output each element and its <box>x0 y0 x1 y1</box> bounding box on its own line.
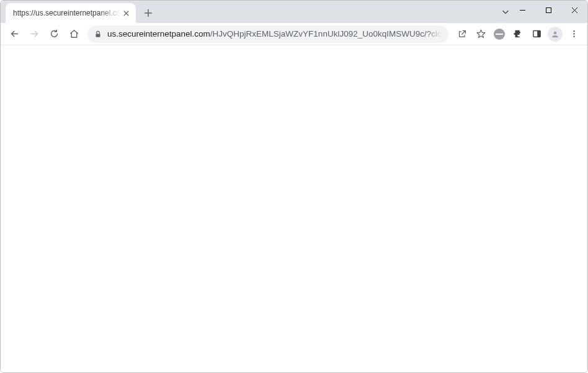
reload-button[interactable] <box>45 25 63 43</box>
window-controls <box>509 1 587 19</box>
avatar <box>548 27 563 42</box>
arrow-left-icon <box>9 29 20 39</box>
new-tab-button[interactable] <box>140 4 157 22</box>
browser-tab[interactable]: https://us.secureinternetpanel.co <box>6 3 136 23</box>
kebab-icon <box>569 29 579 39</box>
profile-button[interactable] <box>546 25 564 43</box>
url-path: /HJvQHpjRxEMLSjaWZvYF1nnUklJ092_Uo0kqIMS… <box>210 29 442 38</box>
share-button[interactable] <box>453 25 471 43</box>
chevron-down-icon <box>501 7 510 16</box>
close-icon <box>571 7 578 14</box>
url-text: us.secureinternetpanel.com/HJvQHpjRxEMLS… <box>107 29 442 38</box>
home-button[interactable] <box>65 25 82 43</box>
svg-point-7 <box>573 36 574 37</box>
side-panel-icon <box>532 29 542 39</box>
side-panel-button[interactable] <box>528 25 545 43</box>
svg-rect-0 <box>546 7 551 12</box>
svg-point-4 <box>554 31 557 34</box>
maximize-icon <box>545 7 552 14</box>
address-bar[interactable]: us.secureinternetpanel.com/HJvQHpjRxEMLS… <box>87 25 448 43</box>
toolbar-actions <box>453 25 582 43</box>
tab-close-button[interactable] <box>121 8 131 18</box>
url-host: us.secureinternetpanel.com <box>107 29 210 38</box>
toolbar: us.secureinternetpanel.com/HJvQHpjRxEMLS… <box>1 23 587 45</box>
titlebar: https://us.secureinternetpanel.co <box>1 1 587 23</box>
svg-rect-3 <box>537 31 540 37</box>
svg-rect-1 <box>96 34 100 37</box>
extensions-button[interactable] <box>509 25 527 43</box>
star-icon <box>476 29 486 39</box>
menu-button[interactable] <box>565 25 582 43</box>
minimize-icon <box>519 7 526 14</box>
home-icon <box>69 29 79 39</box>
person-icon <box>550 29 560 39</box>
svg-point-6 <box>573 33 574 34</box>
arrow-right-icon <box>29 29 40 39</box>
forward-button[interactable] <box>25 25 43 43</box>
blocked-extension-button[interactable] <box>491 25 508 43</box>
reload-icon <box>49 29 60 39</box>
lock-icon <box>94 30 102 38</box>
maximize-button[interactable] <box>535 1 561 19</box>
page-content <box>1 45 587 373</box>
back-button[interactable] <box>6 25 23 43</box>
plus-icon <box>144 9 153 17</box>
svg-point-5 <box>573 30 574 32</box>
blocked-icon <box>494 29 505 40</box>
close-window-button[interactable] <box>561 1 587 19</box>
tab-title: https://us.secureinternetpanel.co <box>13 9 121 17</box>
close-icon <box>123 11 129 16</box>
minimize-button[interactable] <box>509 1 535 19</box>
share-icon <box>457 29 468 39</box>
puzzle-icon <box>513 29 523 39</box>
bookmark-button[interactable] <box>472 25 489 43</box>
